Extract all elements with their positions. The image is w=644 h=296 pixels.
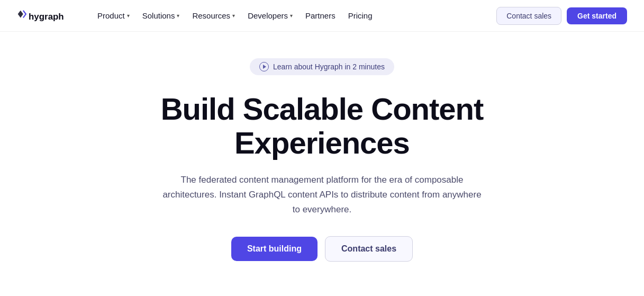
svg-text:hygraph: hygraph	[29, 11, 64, 21]
navbar: hygraph Product ▾ Solutions ▾ Resources …	[0, 0, 644, 32]
hero-subtitle: The federated content management platfor…	[158, 173, 486, 217]
play-icon	[259, 62, 269, 71]
start-building-button[interactable]: Start building	[231, 237, 318, 261]
nav-item-partners[interactable]: Partners	[300, 8, 341, 23]
hero-buttons: Start building Contact sales	[231, 236, 413, 262]
nav-item-developers[interactable]: Developers ▾	[242, 8, 298, 23]
nav-item-resources[interactable]: Resources ▾	[187, 8, 240, 23]
hero-badge[interactable]: Learn about Hygraph in 2 minutes	[250, 58, 394, 75]
nav-item-solutions[interactable]: Solutions ▾	[137, 8, 185, 23]
nav-actions: Contact sales Get started	[496, 7, 627, 25]
hero-title: Build Scalable Content Experiences	[161, 92, 484, 160]
chevron-down-icon: ▾	[232, 13, 235, 19]
play-triangle	[263, 65, 266, 69]
chevron-down-icon: ▾	[127, 13, 130, 19]
hero-badge-text: Learn about Hygraph in 2 minutes	[273, 62, 385, 71]
nav-item-product[interactable]: Product ▾	[92, 8, 135, 23]
hero-section: Learn about Hygraph in 2 minutes Build S…	[0, 32, 644, 283]
chevron-down-icon: ▾	[177, 13, 179, 19]
contact-sales-button[interactable]: Contact sales	[496, 7, 561, 25]
hero-contact-sales-button[interactable]: Contact sales	[325, 236, 413, 262]
nav-links: Product ▾ Solutions ▾ Resources ▾ Develo…	[92, 8, 496, 23]
nav-item-pricing[interactable]: Pricing	[343, 8, 378, 23]
get-started-button[interactable]: Get started	[567, 7, 627, 24]
chevron-down-icon: ▾	[290, 13, 293, 19]
logo[interactable]: hygraph	[17, 7, 75, 24]
